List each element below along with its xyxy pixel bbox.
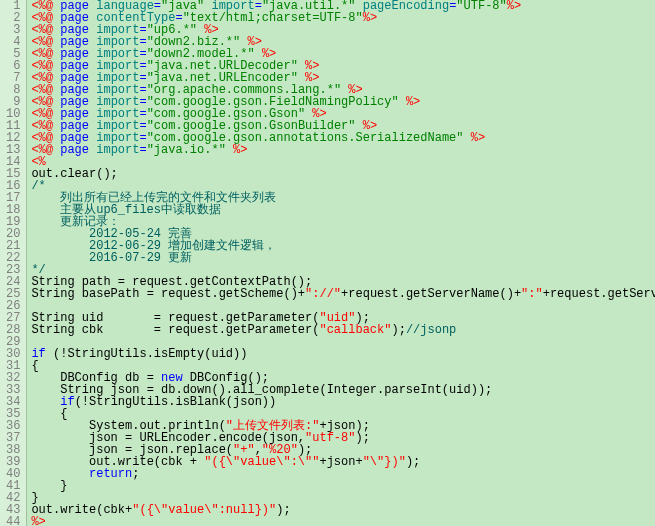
code-token: return bbox=[89, 467, 132, 481]
code-line[interactable]: String basePath = request.getScheme()+":… bbox=[31, 288, 655, 300]
code-token: = bbox=[139, 143, 146, 157]
code-token: "java.io.*" bbox=[147, 143, 226, 157]
code-token: ); bbox=[391, 323, 405, 337]
line-number: 44 bbox=[6, 516, 20, 526]
code-token: "://" bbox=[305, 287, 341, 301]
code-line[interactable]: 主要从up6_files中读取数据 bbox=[31, 204, 655, 216]
code-token: "UTF-8" bbox=[456, 0, 506, 13]
code-token: 2016-07-29 更新 bbox=[31, 251, 192, 265]
code-token: %> bbox=[31, 515, 45, 526]
code-token: ); bbox=[406, 455, 420, 469]
code-token: +json+ bbox=[319, 455, 362, 469]
code-token: "utf-8" bbox=[305, 431, 355, 445]
code-token: %> bbox=[363, 11, 377, 25]
code-token: (!StringUtils.isEmpty(uid)) bbox=[46, 347, 248, 361]
code-line[interactable]: 2016-07-29 更新 bbox=[31, 252, 655, 264]
code-token: //jsonp bbox=[406, 323, 456, 337]
code-token: +request.getServerPort()+path+ bbox=[543, 287, 655, 301]
code-line[interactable]: return; bbox=[31, 468, 655, 480]
code-token: page bbox=[53, 143, 96, 157]
code-token: "callback" bbox=[319, 323, 391, 337]
code-line[interactable]: <%@ page import="java.io.*" %> bbox=[31, 144, 655, 156]
code-token: String cbk = request.getParameter( bbox=[31, 323, 319, 337]
code-token: "({\"value\":\"" bbox=[204, 455, 319, 469]
code-line[interactable]: out.write(cbk+"({\"value\":null})"); bbox=[31, 504, 655, 516]
code-token: "({\"value\":null})" bbox=[132, 503, 276, 517]
code-token: ); bbox=[355, 431, 369, 445]
code-token: import bbox=[96, 143, 139, 157]
code-line[interactable]: <% bbox=[31, 156, 655, 168]
code-token: ; bbox=[132, 467, 139, 481]
code-token: +request.getServerName()+ bbox=[341, 287, 521, 301]
code-token: ); bbox=[276, 503, 290, 517]
code-editor[interactable]: <%@ page language="java" import="java.ut… bbox=[27, 0, 655, 526]
code-token: out.write(cbk+ bbox=[31, 503, 132, 517]
code-line[interactable]: %> bbox=[31, 516, 655, 526]
code-token: ":" bbox=[521, 287, 543, 301]
code-line[interactable]: } bbox=[31, 480, 655, 492]
code-token: "\"})" bbox=[363, 455, 406, 469]
line-number-gutter: 1234567891011121314151617181920212223242… bbox=[0, 0, 27, 526]
code-token: %> bbox=[507, 0, 521, 13]
code-line[interactable]: String cbk = request.getParameter("callb… bbox=[31, 324, 655, 336]
code-token: %> bbox=[226, 143, 248, 157]
code-line[interactable]: out.clear(); bbox=[31, 168, 655, 180]
code-token: %> bbox=[399, 95, 421, 109]
code-token: (!StringUtils.isBlank(json)) bbox=[75, 395, 277, 409]
code-token: String basePath = request.getScheme()+ bbox=[31, 287, 305, 301]
code-token: %> bbox=[464, 131, 486, 145]
code-line[interactable]: if (!StringUtils.isEmpty(uid)) bbox=[31, 348, 655, 360]
code-line[interactable]: if(!StringUtils.isBlank(json)) bbox=[31, 396, 655, 408]
